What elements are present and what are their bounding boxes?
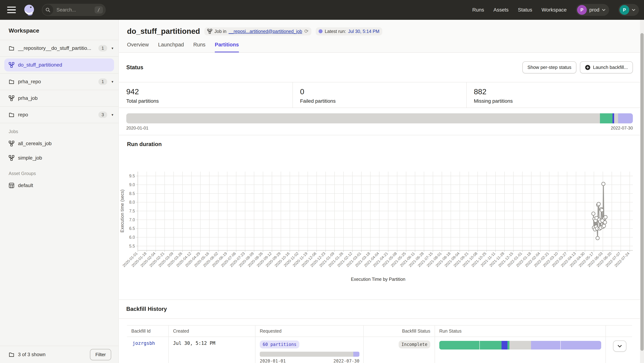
- nav-link-assets[interactable]: Assets: [494, 7, 508, 13]
- section-label-jobs: Jobs: [0, 123, 118, 136]
- partition-status-bar-block: 2020-01-01 2022-07-30: [119, 108, 640, 135]
- folder-icon: [9, 352, 14, 358]
- job-origin-link[interactable]: __reposi...artitioned@partitioned_job: [229, 29, 302, 34]
- section-label-asset-groups: Asset Groups: [0, 165, 118, 178]
- col-created: Created: [169, 326, 256, 336]
- status-heading: Status: [126, 64, 143, 71]
- sidebar-footer: 3 of 3 shown Filter: [0, 346, 118, 363]
- launch-backfill-button[interactable]: Launch backfill...: [580, 61, 633, 74]
- scrollbar-thumb[interactable]: [640, 33, 644, 351]
- job-icon: [9, 62, 14, 68]
- chevron-down-icon: [632, 9, 635, 11]
- job-icon: [207, 29, 212, 34]
- svg-text:9.0: 9.0: [129, 182, 135, 187]
- bar-segment-indigo: [612, 113, 614, 124]
- search-placeholder: Search...: [53, 7, 94, 13]
- user-menu[interactable]: P: [618, 4, 639, 16]
- job-tabs: Overview Launchpad Runs Partitions: [127, 42, 632, 52]
- job-origin-tag: Job in __reposi...artitioned@partitioned…: [204, 27, 312, 36]
- sidebar-item-do-stuff-partitioned[interactable]: do_stuff_partitioned: [4, 58, 114, 72]
- run-duration-heading: Run duration: [119, 141, 640, 148]
- sidebar-item-simple-job[interactable]: simple_job: [0, 151, 118, 165]
- sidebar-item-prha-job[interactable]: prha_job: [0, 90, 118, 107]
- backfill-id-link[interactable]: jozrgsbh: [132, 340, 155, 346]
- search-shortcut-key: /: [94, 6, 103, 14]
- caret-down-icon[interactable]: ▾: [112, 112, 113, 117]
- stat-failed-partitions: 0 Failed partitions: [293, 82, 467, 108]
- folder-icon: [9, 45, 14, 51]
- tab-runs[interactable]: Runs: [193, 42, 206, 52]
- repo-label: prha_repo: [18, 79, 98, 84]
- caret-down-icon[interactable]: ▾: [112, 80, 113, 84]
- search-input[interactable]: Search... /: [42, 4, 106, 16]
- col-backfill-id: Backfill Id: [127, 326, 169, 336]
- sidebar-repo-repository-do-stuff[interactable]: __repository__do_stuff_partitio... 1 ▾: [0, 40, 118, 57]
- latest-run-tag: Latest run: Jul 30, 5:14 PM: [316, 27, 382, 36]
- sidebar-item-default-asset-group[interactable]: default: [0, 178, 118, 193]
- caret-down-icon[interactable]: ▾: [112, 46, 113, 50]
- requested-range-start: 2020-01-01: [260, 358, 286, 363]
- plus-circle-icon: [585, 65, 590, 70]
- chart-caption: Execution Time by Partition: [119, 277, 637, 282]
- bar-segment-green: [480, 341, 502, 350]
- requested-partitions-tag[interactable]: 60 partitions: [260, 340, 299, 348]
- folder-icon: [9, 112, 14, 118]
- svg-text:6.0: 6.0: [129, 235, 135, 240]
- partition-range-end: 2022-07-30: [611, 126, 633, 130]
- show-per-step-status-button[interactable]: Show per-step status: [522, 61, 576, 74]
- top-navbar: Search... / Runs Assets Status Workspace…: [0, 0, 644, 20]
- nav-link-runs[interactable]: Runs: [472, 7, 484, 13]
- svg-text:8.5: 8.5: [129, 191, 135, 196]
- asset-group-icon: [9, 182, 14, 188]
- refresh-icon[interactable]: ⟳: [304, 29, 308, 34]
- run-duration-chart: 2020-01-012020-01-182020-02-042020-02-21…: [119, 166, 640, 282]
- latest-run-link[interactable]: Jul 30, 5:14 PM: [348, 29, 380, 34]
- backfill-history-table: Backfill Id Created Requested Backfill S…: [127, 325, 632, 363]
- job-label: do_stuff_partitioned: [18, 62, 62, 68]
- execution-time-chart[interactable]: 2020-01-012020-01-182020-02-042020-02-21…: [119, 166, 637, 274]
- svg-text:5.5: 5.5: [129, 244, 135, 248]
- tab-launchpad[interactable]: Launchpad: [158, 42, 184, 52]
- page-title: do_stuff_partitioned: [127, 27, 200, 36]
- dagster-logo[interactable]: [23, 4, 35, 16]
- bar-segment-lavender: [353, 352, 360, 357]
- bar-segment-green: [600, 113, 612, 124]
- status-section-header: Status Show per-step status Launch backf…: [119, 53, 640, 82]
- nav-link-workspace[interactable]: Workspace: [542, 7, 567, 13]
- deployment-switcher[interactable]: P prod: [576, 4, 609, 16]
- repo-count-badge: 3: [98, 112, 107, 118]
- sidebar-item-all-cereals-job[interactable]: all_cereals_job: [0, 136, 118, 151]
- navbar-links: Runs Assets Status Workspace P prod P: [472, 4, 639, 16]
- nav-link-status[interactable]: Status: [518, 7, 532, 13]
- run-status-dot: [318, 29, 322, 33]
- svg-text:6.5: 6.5: [129, 226, 135, 231]
- sidebar-repo-repo[interactable]: repo 3 ▾: [0, 107, 118, 123]
- job-icon: [9, 155, 14, 161]
- run-status-bar[interactable]: [439, 341, 601, 350]
- sidebar-repo-prha-repo[interactable]: prha_repo 1 ▾: [0, 74, 118, 90]
- svg-text:Execution time (secs): Execution time (secs): [120, 190, 125, 232]
- repo-label: __repository__do_stuff_partitio...: [18, 45, 98, 51]
- repo-count-badge: 1: [98, 78, 107, 85]
- filter-button[interactable]: Filter: [90, 349, 111, 360]
- bar-segment-lavender: [618, 113, 633, 124]
- col-backfill-status: Backfill Status: [364, 326, 435, 336]
- requested-partitions-bar: [260, 352, 360, 357]
- bar-segment-gray: [614, 113, 618, 124]
- page-scrollbar[interactable]: [640, 20, 644, 363]
- repo-count-badge: 1: [98, 45, 107, 52]
- backfill-history-header: Backfill History: [119, 300, 640, 319]
- partition-status-bar[interactable]: [126, 113, 633, 124]
- expand-row-button[interactable]: [613, 340, 626, 352]
- svg-text:7.5: 7.5: [129, 209, 135, 213]
- tab-partitions[interactable]: Partitions: [215, 42, 239, 52]
- bar-segment-green: [508, 341, 510, 350]
- col-requested: Requested: [256, 326, 364, 336]
- user-avatar: P: [620, 5, 629, 15]
- page-header: do_stuff_partitioned Job in __reposi...a…: [119, 20, 640, 53]
- partition-range-start: 2020-01-01: [126, 126, 148, 130]
- backfill-history-heading: Backfill History: [126, 306, 167, 312]
- tab-overview[interactable]: Overview: [127, 42, 149, 52]
- menu-icon[interactable]: [7, 7, 16, 13]
- job-label: simple_job: [18, 155, 42, 161]
